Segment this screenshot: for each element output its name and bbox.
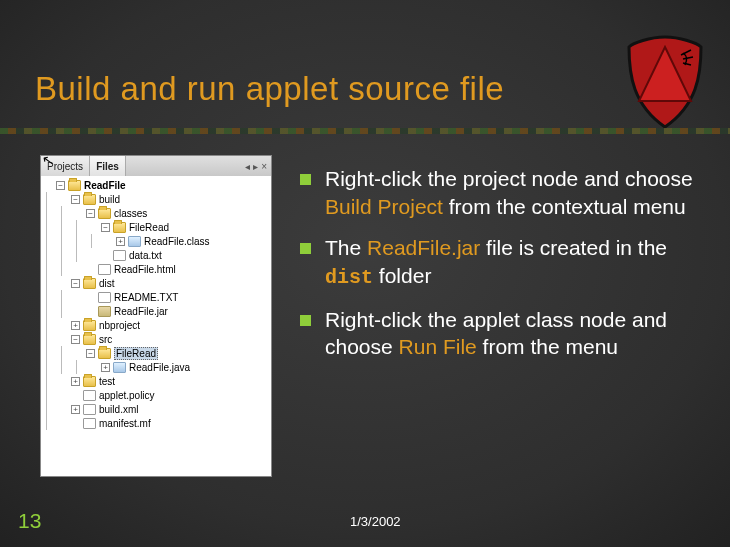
tree-build-xml[interactable]: build.xml [99, 404, 138, 415]
bullet-icon [300, 315, 311, 326]
tab-projects[interactable]: Projects [41, 156, 90, 176]
tree-manifest[interactable]: manifest.mf [99, 418, 151, 429]
highlight-dist: dist [325, 266, 373, 289]
bullet-1: Right-click the project node and choose … [300, 165, 700, 220]
highlight-run-file: Run File [399, 335, 477, 358]
bullet-3: Right-click the applet class node and ch… [300, 306, 700, 361]
tree-readfile-jar[interactable]: ReadFile.jar [114, 306, 168, 317]
file-tree[interactable]: −ReadFile −build −classes −FileRead +Rea… [41, 176, 271, 476]
bullet-2: The ReadFile.jar file is created in the … [300, 234, 700, 291]
tree-readfile-java[interactable]: ReadFile.java [129, 362, 190, 373]
highlight-readfile-jar: ReadFile.jar [367, 236, 480, 259]
slide: Build and run applet source file Project… [0, 0, 730, 547]
panel-close-icon[interactable]: × [261, 161, 267, 172]
bullet-list: Right-click the project node and choose … [300, 165, 700, 375]
tree-test[interactable]: test [99, 376, 115, 387]
tree-build[interactable]: build [99, 194, 120, 205]
tree-data-txt[interactable]: data.txt [129, 250, 162, 261]
tree-src[interactable]: src [99, 334, 112, 345]
slide-title: Build and run applet source file [35, 70, 504, 108]
tree-fileread-pkg[interactable]: FileRead [129, 222, 169, 233]
tree-readfile-html[interactable]: ReadFile.html [114, 264, 176, 275]
tree-nbproject[interactable]: nbproject [99, 320, 140, 331]
panel-controls: ◂ ▸ × [241, 156, 271, 176]
projects-panel: Projects Files ◂ ▸ × −ReadFile −build −c… [40, 155, 272, 477]
tree-fileread-src[interactable]: FileRead [114, 347, 158, 360]
bullet-icon [300, 174, 311, 185]
tab-files[interactable]: Files [90, 156, 126, 176]
panel-left-icon[interactable]: ◂ [245, 161, 250, 172]
slide-number: 13 [18, 509, 41, 533]
tree-readme[interactable]: README.TXT [114, 292, 178, 303]
panel-tabs: Projects Files ◂ ▸ × [41, 156, 271, 176]
tree-root[interactable]: ReadFile [84, 180, 126, 191]
bullet-icon [300, 243, 311, 254]
panel-right-icon[interactable]: ▸ [253, 161, 258, 172]
shield-logo [625, 35, 705, 130]
tree-dist[interactable]: dist [99, 278, 115, 289]
tree-readfile-class[interactable]: ReadFile.class [144, 236, 210, 247]
tree-classes[interactable]: classes [114, 208, 147, 219]
highlight-build-project: Build Project [325, 195, 443, 218]
slide-date: 1/3/2002 [350, 514, 401, 529]
divider-rule [0, 128, 730, 134]
tree-applet-policy[interactable]: applet.policy [99, 390, 155, 401]
